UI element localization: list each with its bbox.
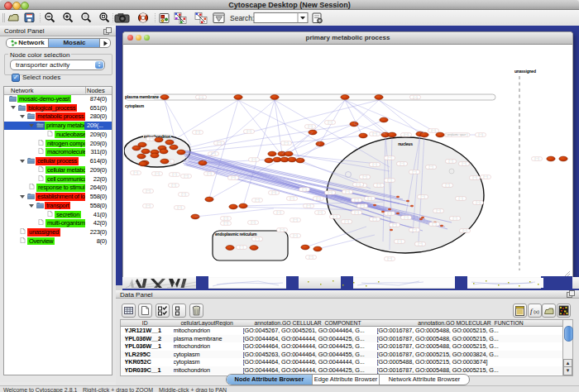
svg-text:(··periplasmic··space··): (··periplasmic··space··) (446, 133, 468, 136)
svg-text:unassigned: unassigned (514, 69, 536, 74)
svg-text:plasma membrane: plasma membrane (125, 94, 159, 99)
svg-text:(x): (x) (534, 309, 539, 314)
svg-text:Search:: Search: (230, 14, 254, 22)
svg-text:endoplasmic reticulum: endoplasmic reticulum (215, 232, 257, 237)
svg-text:nucleus: nucleus (398, 141, 413, 146)
svg-text:cytoplasm: cytoplasm (125, 103, 145, 108)
